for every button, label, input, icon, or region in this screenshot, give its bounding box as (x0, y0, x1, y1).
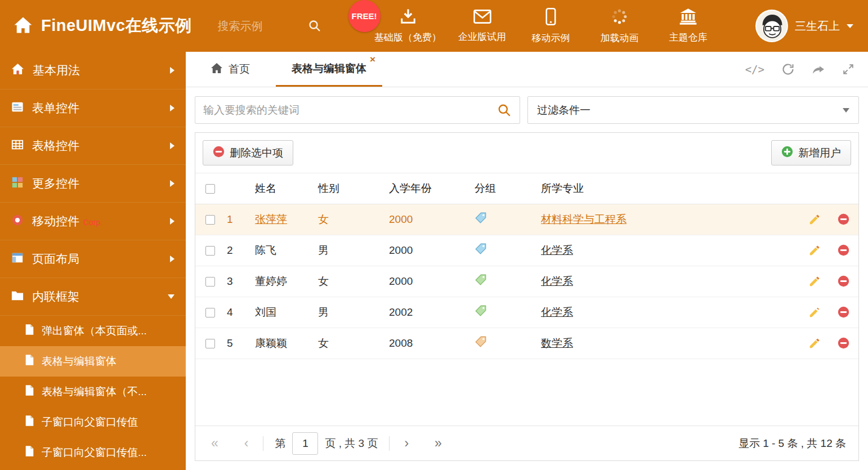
sidebar-item-form-controls[interactable]: 表单控件 (0, 89, 186, 127)
sidebar-item-label: 内联框架 (32, 289, 79, 305)
edit-icon[interactable] (808, 244, 821, 257)
home-icon (211, 62, 223, 77)
table-row[interactable]: 1 张萍萍 女 2000 材料科学与工程系 (195, 204, 858, 235)
page-icon (25, 445, 34, 460)
tab-home[interactable]: 首页 (198, 52, 262, 87)
student-year: 2000 (389, 235, 475, 266)
nav-mobile-demo[interactable]: 移动示例 (520, 8, 583, 44)
search-icon[interactable] (308, 19, 321, 33)
table-row[interactable]: 5 康颖颖 女 2008 数学系 (195, 328, 858, 359)
student-major-link[interactable]: 化学系 (541, 275, 573, 287)
app-title: FineUIMvc在线示例 (41, 15, 192, 37)
user-menu[interactable]: 三生石上 (755, 10, 853, 42)
column-group[interactable]: 分组 (475, 173, 541, 204)
student-year: 2002 (389, 297, 475, 328)
sidebar-item-page-layout[interactable]: 页面布局 (0, 240, 186, 278)
nav-loading-animation[interactable]: 加载动画 (588, 8, 651, 44)
student-name[interactable]: 张萍萍 (255, 213, 287, 225)
column-name[interactable]: 姓名 (255, 173, 318, 204)
delete-selected-button[interactable]: 删除选中项 (203, 140, 293, 165)
column-gender[interactable]: 性别 (318, 173, 389, 204)
sidebar-item-label: 表格控件 (32, 138, 79, 154)
row-checkbox[interactable] (205, 339, 215, 348)
prev-page-icon[interactable]: ‹ (241, 437, 252, 450)
filter-dropdown[interactable]: 过滤条件一 (527, 96, 859, 124)
column-major[interactable]: 所学专业 (541, 173, 793, 204)
delete-icon[interactable] (838, 213, 849, 225)
sidebar-item-grid-controls[interactable]: 表格控件 (0, 127, 186, 165)
delete-icon[interactable] (838, 306, 849, 318)
row-index: 3 (227, 266, 255, 297)
student-major-link[interactable]: 化学系 (541, 306, 573, 318)
table-row[interactable]: 4 刘国 男 2002 化学系 (195, 297, 858, 328)
share-icon[interactable] (812, 63, 825, 75)
close-icon[interactable]: × (370, 55, 375, 64)
last-page-icon[interactable]: » (431, 437, 445, 450)
grid-toolbar: 删除选中项 新增用户 (195, 133, 858, 173)
table-empty-space (195, 359, 858, 426)
button-label: 新增用户 (798, 146, 841, 160)
delete-icon[interactable] (838, 337, 849, 349)
expand-icon[interactable] (842, 63, 854, 75)
edit-icon[interactable] (808, 306, 821, 319)
tag-icon (475, 305, 487, 317)
delete-icon[interactable] (838, 244, 849, 256)
sidebar-subitem-child-to-parent-2[interactable]: 子窗口向父窗口传值... (0, 437, 186, 468)
search-icon[interactable] (497, 103, 512, 118)
tab-grid-edit-window[interactable]: 表格与编辑窗体 × (276, 52, 382, 87)
code-icon[interactable]: </> (745, 63, 764, 75)
folder-icon (11, 290, 24, 304)
nav-theme-repo[interactable]: 主题仓库 (657, 8, 720, 44)
sidebar-subitem-popup-window[interactable]: 弹出窗体（本页面或... (0, 316, 186, 346)
first-page-icon[interactable]: « (208, 437, 222, 450)
row-checkbox[interactable] (205, 308, 215, 317)
row-checkbox[interactable] (205, 215, 215, 225)
page-icon (25, 384, 34, 399)
sidebar-item-iframe[interactable]: 内联框架 (0, 278, 186, 316)
sidebar-subitem-grid-edit-window[interactable]: 表格与编辑窗体 (0, 346, 186, 377)
sidebar-subitem-label: 子窗口向父窗口传值 (42, 415, 138, 429)
student-name: 刘国 (255, 306, 276, 318)
keyword-search-input[interactable] (203, 104, 497, 117)
next-page-icon[interactable]: › (401, 437, 412, 450)
main-area: 首页 表格与编辑窗体 × </> (186, 52, 868, 470)
student-major-link[interactable]: 材料科学与工程系 (541, 213, 627, 225)
select-all-checkbox[interactable] (205, 184, 215, 194)
student-name: 康颖颖 (255, 337, 287, 349)
sidebar-subitem-child-to-parent[interactable]: 子窗口向父窗口传值 (0, 407, 186, 437)
sidebar-item-mobile-controls[interactable]: 移动控件 Corp. (0, 203, 186, 240)
column-index (227, 173, 255, 204)
brand[interactable]: FineUIMvc在线示例 (0, 15, 192, 37)
student-major-link[interactable]: 化学系 (541, 244, 573, 256)
page-content: 过滤条件一 删除选中项 新增用户 (186, 87, 868, 470)
edit-icon[interactable] (808, 337, 821, 350)
keyword-search-box (195, 96, 520, 124)
row-checkbox[interactable] (205, 246, 215, 256)
student-major-link[interactable]: 数学系 (541, 337, 573, 349)
table-row[interactable]: 3 董婷婷 女 2000 化学系 (195, 266, 858, 297)
edit-icon[interactable] (808, 275, 821, 288)
spinner-icon (611, 8, 628, 28)
row-checkbox[interactable] (205, 277, 215, 287)
tab-label: 表格与编辑窗体 (292, 61, 366, 76)
sidebar-subitem-label: 表格与编辑窗体 (42, 354, 117, 369)
widgets-icon (11, 176, 24, 191)
student-gender: 男 (318, 297, 389, 328)
user-name: 三生石上 (795, 19, 840, 34)
nav-enterprise-trial[interactable]: 企业版试用 (451, 9, 514, 43)
refresh-icon[interactable] (781, 62, 795, 76)
column-year[interactable]: 入学年份 (389, 173, 475, 204)
nav-basic-free[interactable]: FREE! 基础版（免费） (371, 8, 445, 44)
nav-label: 加载动画 (601, 32, 639, 44)
sidebar-subitem-grid-edit-window-2[interactable]: 表格与编辑窗体（不... (0, 377, 186, 407)
row-index: 2 (227, 235, 255, 266)
top-search-input[interactable] (218, 20, 302, 33)
edit-icon[interactable] (808, 213, 821, 226)
table-row[interactable]: 2 陈飞 男 2000 化学系 (195, 235, 858, 266)
pagination-bar: « ‹ 第 页 , 共 3 页 › » 显示 1 - 5 条 , 共 12 条 (195, 426, 858, 460)
page-number-input[interactable] (292, 432, 318, 455)
sidebar-item-basic-usage[interactable]: 基本用法 (0, 52, 186, 89)
delete-icon[interactable] (838, 275, 849, 287)
add-user-button[interactable]: 新增用户 (771, 140, 851, 165)
sidebar-item-more-controls[interactable]: 更多控件 (0, 165, 186, 203)
